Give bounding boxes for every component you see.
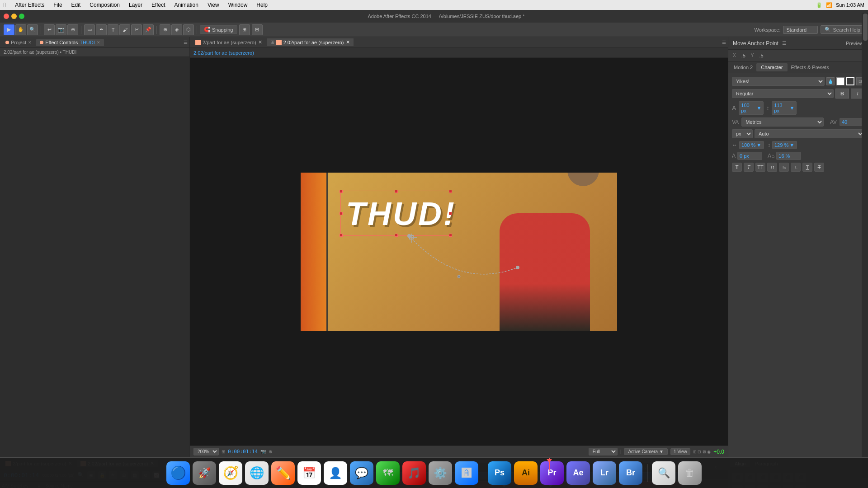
horiz-scale-field[interactable]: 100 % ▼ — [739, 141, 764, 149]
snap-options[interactable]: ⊞ — [239, 24, 250, 35]
leading-field[interactable]: 113 px ▼ — [772, 101, 797, 115]
maximize-button[interactable] — [19, 14, 24, 19]
comp-panel-menu[interactable]: ☰ — [722, 40, 726, 45]
smallcaps-btn[interactable]: Tt — [767, 163, 777, 172]
selection-tool[interactable]: ▶ — [4, 24, 14, 35]
tracking-type-select[interactable]: Metrics Optical — [741, 117, 824, 127]
snap-options2[interactable]: ⊟ — [252, 24, 263, 35]
menu-window[interactable]: Window — [226, 2, 250, 8]
tsume-field[interactable]: 16 % — [776, 152, 801, 160]
active-camera-button[interactable]: Active Camera ▼ — [624, 448, 667, 455]
x-value[interactable]: .5 — [741, 53, 745, 58]
dock-appstore[interactable]: 🅰 — [455, 461, 478, 485]
dock-lightroom[interactable]: Lr — [593, 461, 616, 485]
super-btn[interactable]: Ts — [779, 163, 789, 172]
bold-btn[interactable]: T — [732, 163, 742, 172]
tracking-value-field[interactable]: 40 — [840, 118, 864, 126]
faux-bold-btn[interactable]: B — [835, 89, 849, 99]
allcaps-btn[interactable]: TT — [755, 163, 765, 172]
text-tool[interactable]: T — [108, 24, 118, 35]
dock-launchpad[interactable]: 🚀 — [193, 461, 216, 485]
roto-tool[interactable]: ⬡ — [183, 24, 194, 35]
eyedropper-button[interactable]: 💧 — [826, 77, 835, 85]
menu-view[interactable]: View — [206, 2, 221, 8]
dock-itunes[interactable]: 🎵 — [402, 461, 426, 485]
sub-btn[interactable]: T. — [791, 163, 801, 172]
motion2-tab[interactable]: Motion 2 — [730, 63, 756, 71]
baseline-field[interactable]: 0 px — [737, 152, 762, 160]
rect-tool[interactable]: ▭ — [84, 24, 95, 35]
font-size-field[interactable]: 100 px ▼ — [739, 101, 764, 115]
paragraph-select[interactable]: Auto None — [755, 129, 864, 138]
fill-color[interactable] — [836, 77, 844, 85]
comp2-close[interactable]: ✕ — [346, 39, 350, 45]
menu-composition[interactable]: Composition — [88, 2, 122, 8]
effect-tab-close[interactable]: ✕ — [97, 40, 100, 45]
comp-tab-2[interactable]: ⊞ 2.02/part for ae (superzero) ✕ — [267, 38, 354, 46]
snapping-button[interactable]: 🧲 Snapping — [200, 25, 237, 34]
character-tab[interactable]: Character — [756, 63, 787, 71]
minimize-button[interactable] — [11, 14, 17, 19]
search-help-button[interactable]: 🔍 Search Help — [821, 25, 864, 34]
vert-scale-field[interactable]: 129 % ▼ — [772, 141, 797, 149]
dock-safari[interactable]: 🧭 — [219, 461, 242, 485]
zoom-tool[interactable]: 🔍 — [27, 24, 38, 35]
effects-presets-tab[interactable]: Effects & Presets — [788, 63, 833, 71]
views-button[interactable]: 1 View — [670, 448, 690, 455]
menu-layer[interactable]: Layer — [127, 2, 144, 8]
dock-spotlight[interactable]: 🔍 — [652, 461, 675, 485]
shape-keyframe-tool[interactable]: ◈ — [171, 24, 182, 35]
comp-tab-1[interactable]: 2/part for ae (superzero) ✕ — [192, 38, 266, 46]
pin-tool[interactable]: 📌 — [143, 24, 154, 35]
quality-select[interactable]: Full Half Quarter — [589, 448, 618, 455]
dock-trash[interactable]: 🗑 — [678, 461, 702, 485]
project-tab[interactable]: Project ✕ — [2, 39, 35, 46]
menu-file[interactable]: File — [52, 2, 64, 8]
apple-menu[interactable]:  — [4, 1, 6, 9]
font-style-select[interactable]: Regular Bold Italic — [732, 89, 834, 98]
pan-behind-tool[interactable]: ⊕ — [67, 24, 78, 35]
unit-select[interactable]: px % em — [732, 129, 753, 138]
playhead[interactable] — [549, 458, 550, 470]
underline-btn[interactable]: T — [802, 163, 812, 172]
dock-pencil[interactable]: ✏️ — [271, 461, 295, 485]
dock-chrome[interactable]: 🌐 — [245, 461, 269, 485]
header-menu-icon[interactable]: ☰ — [782, 40, 787, 46]
italic-btn[interactable]: T — [744, 163, 754, 172]
dock-bridge[interactable]: Br — [619, 461, 642, 485]
dock-calendar[interactable]: 📅 — [297, 461, 321, 485]
menu-edit[interactable]: Edit — [70, 2, 83, 8]
rotate-tool[interactable]: ↩ — [44, 24, 55, 35]
clone-tool[interactable]: ✂ — [131, 24, 142, 35]
stroke-color[interactable] — [846, 77, 854, 85]
zoom-select[interactable]: 200% 100% 50% Fit — [193, 448, 219, 455]
preview-button[interactable]: Preview — [846, 41, 863, 46]
menu-effect[interactable]: Effect — [150, 2, 167, 8]
dock-illustrator[interactable]: Ai — [514, 461, 538, 485]
hand-tool[interactable]: ✋ — [15, 24, 26, 35]
dock-after-effects[interactable]: Ae — [566, 461, 590, 485]
panel-menu-icon[interactable]: ☰ — [184, 40, 188, 45]
composition-viewer[interactable]: THUD! — [190, 58, 728, 446]
close-button[interactable] — [4, 14, 9, 19]
menu-help[interactable]: Help — [255, 2, 269, 8]
workspace-select[interactable]: Standard All Panels Animation — [783, 26, 818, 34]
dock-prefs[interactable]: ⚙️ — [429, 461, 452, 485]
menu-after-effects[interactable]: After Effects — [13, 2, 46, 8]
font-family-select[interactable]: Yikes! — [732, 77, 825, 86]
menu-animation[interactable]: Animation — [173, 2, 200, 8]
project-tab-close[interactable]: ✕ — [28, 40, 32, 45]
dock-maps[interactable]: 🗺 — [376, 461, 400, 485]
camera-tool[interactable]: 📷 — [56, 24, 66, 35]
pen-tool[interactable]: ✒ — [96, 24, 107, 35]
dock-premiere[interactable]: Pr — [540, 461, 564, 485]
y-value[interactable]: .5 — [760, 53, 764, 58]
dock-messages[interactable]: 💬 — [350, 461, 373, 485]
dock-photoshop[interactable]: Ps — [488, 461, 511, 485]
brush-tool[interactable]: 🖌 — [119, 24, 130, 35]
comp1-close[interactable]: ✕ — [258, 39, 262, 45]
effect-controls-tab[interactable]: Effect Controls THUDI ✕ — [36, 39, 104, 46]
dock-contacts[interactable]: 👤 — [324, 461, 347, 485]
dock-finder[interactable]: 🔵 — [166, 461, 190, 485]
strikethrough-btn[interactable]: T — [814, 163, 824, 172]
